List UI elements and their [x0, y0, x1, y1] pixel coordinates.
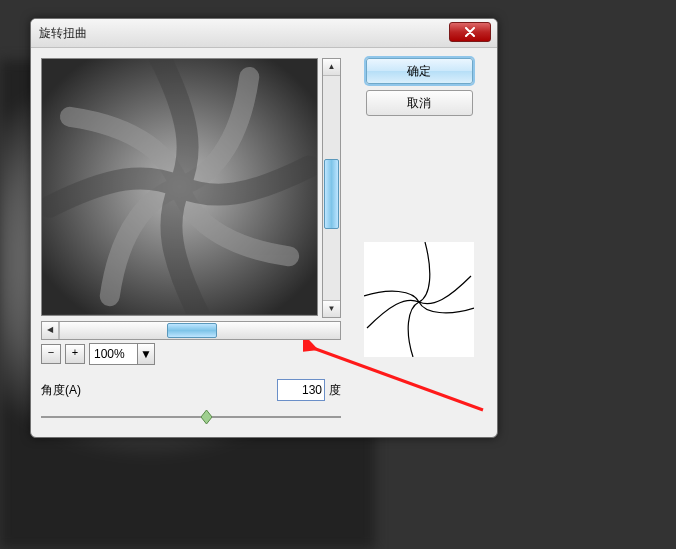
twirl-schematic-icon: [364, 242, 474, 357]
dropdown-icon: ▼: [137, 344, 154, 364]
close-icon: [464, 27, 476, 37]
angle-unit: 度: [329, 382, 341, 399]
scroll-up-button[interactable]: ▲: [323, 59, 340, 76]
zoom-level-value: 100%: [94, 347, 125, 361]
ok-button[interactable]: 确定: [366, 58, 473, 84]
twirl-dialog: 旋转扭曲: [30, 18, 498, 438]
dialog-titlebar[interactable]: 旋转扭曲: [31, 19, 497, 48]
angle-input[interactable]: [277, 379, 325, 401]
zoom-out-button[interactable]: −: [41, 344, 61, 364]
slider-track: [41, 416, 341, 418]
dialog-title: 旋转扭曲: [39, 25, 87, 42]
angle-slider[interactable]: [41, 407, 341, 427]
angle-label: 角度(A): [41, 382, 81, 399]
preview-horizontal-scrollbar[interactable]: ◀ ▶: [41, 321, 341, 340]
zoom-in-button[interactable]: +: [65, 344, 85, 364]
close-button[interactable]: [449, 22, 491, 42]
scroll-down-button[interactable]: ▼: [323, 300, 340, 317]
preview-swirl-overlay: [42, 59, 317, 314]
slider-handle[interactable]: [201, 410, 212, 424]
scroll-left-button[interactable]: ◀: [42, 322, 59, 339]
zoom-level-select[interactable]: 100% ▼: [89, 343, 155, 365]
svg-rect-1: [364, 242, 474, 357]
preview-vertical-scrollbar[interactable]: ▲ ▼: [322, 58, 341, 318]
horizontal-scroll-thumb[interactable]: [167, 323, 217, 338]
vertical-scroll-thumb[interactable]: [324, 159, 339, 229]
filter-preview[interactable]: [41, 58, 318, 316]
cancel-button[interactable]: 取消: [366, 90, 473, 116]
